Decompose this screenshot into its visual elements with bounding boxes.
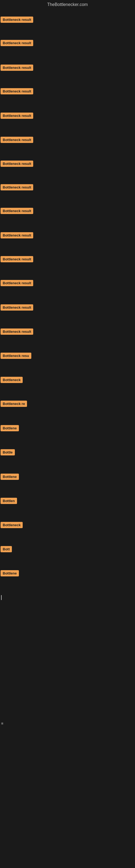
bottleneck-badge[interactable]: Bottleneck result (1, 256, 33, 262)
bottleneck-badge[interactable]: Bottleneck result (1, 232, 33, 239)
bottleneck-item-8: Bottleneck result (1, 184, 33, 191)
bottleneck-item-17: Bottleneck re (1, 401, 27, 408)
cursor-indicator (1, 595, 2, 600)
bottleneck-item-5: Bottleneck result (1, 113, 33, 120)
bottleneck-badge[interactable]: Bottleneck result (1, 280, 33, 286)
bottleneck-badge[interactable]: Bottlene (1, 474, 19, 480)
bottleneck-item-12: Bottleneck result (1, 280, 33, 287)
bottleneck-item-18: Bottlene (1, 425, 19, 432)
bottleneck-badge[interactable]: Bott (1, 546, 12, 552)
site-title: TheBottlenecker.com (0, 0, 135, 9)
bottleneck-badge[interactable]: Bottle (1, 449, 15, 456)
items-container: Bottleneck resultBottleneck resultBottle… (0, 9, 135, 864)
bottleneck-badge[interactable]: Bottleneck result (1, 304, 33, 311)
bottleneck-item-20: Bottlene (1, 474, 19, 481)
bottleneck-badge[interactable]: Bottleneck result (1, 40, 33, 46)
bottleneck-badge[interactable]: Bottleneck result (1, 329, 33, 335)
bottleneck-item-7: Bottleneck result (1, 161, 33, 168)
bottleneck-item-11: Bottleneck result (1, 256, 33, 264)
bottleneck-badge[interactable]: Bottleneck result (1, 161, 33, 167)
bottleneck-badge[interactable]: Bottlene (1, 425, 19, 431)
bottleneck-item-6: Bottleneck result (1, 137, 33, 144)
bottleneck-badge[interactable]: Bottlene (1, 570, 19, 577)
bottleneck-badge[interactable]: Bottleneck result (1, 17, 33, 23)
bottleneck-item-24: Bottlene (1, 570, 19, 578)
bottleneck-item-13: Bottleneck result (1, 304, 33, 312)
bottleneck-badge[interactable]: Bottleneck result (1, 88, 33, 94)
bottleneck-item-23: Bott (1, 546, 12, 553)
bottleneck-badge[interactable]: Bottleneck result (1, 113, 33, 119)
bottleneck-item-9: Bottleneck result (1, 208, 33, 215)
bottleneck-item-21: Bottlen (1, 498, 17, 505)
bottleneck-item-14: Bottleneck result (1, 329, 33, 336)
bottleneck-item-1: Bottleneck result (1, 17, 33, 24)
bottleneck-badge[interactable]: Bottleneck (1, 377, 23, 383)
bottleneck-item-16: Bottleneck (1, 377, 23, 384)
bottleneck-item-2: Bottleneck result (1, 40, 33, 47)
bottleneck-item-22: Bottleneck (1, 522, 23, 529)
bottleneck-item-15: Bottleneck resu (1, 352, 31, 360)
bottleneck-item-19: Bottle (1, 449, 15, 457)
bottleneck-badge[interactable]: Bottleneck (1, 522, 23, 528)
bottleneck-badge[interactable]: Bottlen (1, 498, 17, 504)
bottleneck-badge[interactable]: Bottleneck re (1, 401, 27, 407)
ellipsis-icon: ≡ (1, 721, 3, 725)
bottleneck-item-4: Bottleneck result (1, 88, 33, 95)
bottleneck-badge[interactable]: Bottleneck result (1, 137, 33, 143)
bottleneck-badge[interactable]: Bottleneck resu (1, 352, 31, 359)
bottleneck-badge[interactable]: Bottleneck result (1, 65, 33, 71)
bottleneck-badge[interactable]: Bottleneck result (1, 184, 33, 190)
bottleneck-item-10: Bottleneck result (1, 232, 33, 240)
bottleneck-badge[interactable]: Bottleneck result (1, 208, 33, 214)
bottleneck-item-3: Bottleneck result (1, 65, 33, 72)
